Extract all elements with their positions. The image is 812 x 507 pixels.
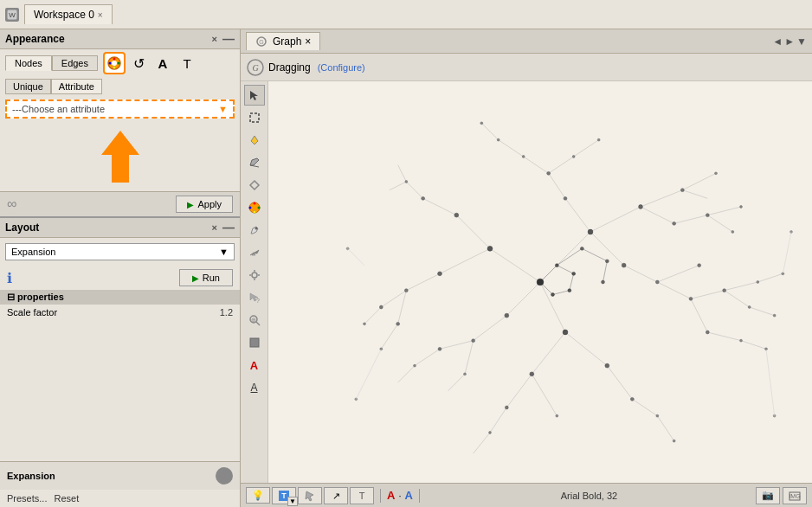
svg-line-41 — [624, 266, 658, 282]
svg-line-32 — [590, 207, 641, 232]
attr-dropdown-label: ---Choose an attribute — [12, 104, 105, 114]
svg-point-111 — [630, 397, 634, 401]
svg-line-86 — [757, 273, 783, 282]
svg-line-51 — [532, 374, 557, 415]
expand-tool-status-btn[interactable]: ↗ — [324, 487, 348, 504]
light-bulb-btn[interactable]: 💡 — [246, 487, 270, 504]
workspace-tab-close[interactable]: × — [98, 10, 103, 20]
edges-tab[interactable]: Edges — [52, 55, 98, 71]
svg-point-146 — [572, 272, 576, 275]
expansion-label: Expansion — [7, 471, 55, 481]
svg-line-91 — [398, 366, 415, 382]
unique-tab[interactable]: Unique — [5, 79, 51, 94]
svg-point-112 — [505, 406, 508, 409]
layout-chevron: ▼ — [219, 247, 229, 257]
graph-tab[interactable]: G Graph × — [246, 32, 320, 50]
status-sep1 — [380, 489, 381, 503]
svg-point-119 — [723, 289, 726, 292]
svg-line-31 — [506, 282, 540, 316]
svg-line-64 — [725, 291, 750, 307]
svg-rect-12 — [250, 113, 259, 122]
svg-point-21 — [255, 228, 257, 230]
dropdown-indicator[interactable]: ▼ — [287, 497, 298, 506]
nodes-tab[interactable]: Nodes — [5, 55, 52, 71]
paintbucket-tool[interactable] — [244, 130, 265, 151]
layout-dropdown[interactable]: Expansion ▼ — [5, 243, 235, 260]
svg-line-156 — [348, 248, 364, 265]
graph-tab-close[interactable]: × — [305, 35, 311, 48]
svg-line-54 — [549, 157, 574, 173]
cursor-question-tool[interactable]: ? — [244, 287, 265, 308]
screenshot-btn[interactable]: 📷 — [756, 487, 780, 504]
nav-next[interactable]: ► — [784, 35, 795, 48]
presets-link[interactable]: Presets... — [7, 493, 47, 504]
svg-line-57 — [707, 207, 741, 215]
workspace-tab[interactable]: Workspace 0 × — [24, 4, 113, 24]
attr-dropdown-chevron: ▼ — [218, 104, 228, 114]
svg-line-73 — [499, 140, 524, 157]
svg-point-102 — [605, 363, 609, 368]
svg-point-96 — [563, 330, 568, 335]
rect-select-tool[interactable] — [244, 107, 265, 128]
svg-point-134 — [414, 364, 416, 367]
text2-tool-status-btn[interactable]: T — [350, 487, 374, 504]
svg-line-29 — [490, 248, 540, 282]
export-btn[interactable]: IMG — [783, 487, 807, 504]
arrow-head — [101, 131, 139, 155]
svg-text:?: ? — [256, 298, 260, 304]
airplane-tool[interactable] — [244, 242, 265, 263]
settings-tool[interactable] — [244, 265, 265, 286]
appearance-minimize[interactable]: — — [222, 33, 235, 45]
svg-point-113 — [379, 305, 383, 309]
svg-line-87 — [750, 307, 775, 316]
info-icon[interactable]: ℹ — [7, 270, 12, 286]
refresh-tool-btn[interactable]: ↺ — [127, 52, 150, 74]
reset-link[interactable]: Reset — [54, 493, 79, 504]
scale-factor-row: Scale factor 1.2 — [0, 305, 240, 320]
left-panel: Appearance × — Nodes Edges — [0, 29, 241, 507]
apply-button[interactable]: ▶ Apply — [176, 196, 233, 213]
appearance-close[interactable]: × — [212, 34, 217, 44]
text-tool-btn[interactable]: A — [151, 52, 174, 74]
attribute-dropdown[interactable]: ---Choose an attribute ▼ — [5, 99, 235, 119]
svg-point-20 — [253, 211, 255, 214]
run-button[interactable]: ▶ Run — [179, 269, 233, 286]
text-label-tool[interactable]: A — [244, 355, 265, 375]
vert-toolbar: ? ⊕ A A — [241, 81, 268, 483]
select-tool[interactable] — [244, 85, 265, 106]
layout-panel: Layout × — Expansion ▼ ℹ ▶ Run — [0, 218, 240, 507]
cursor-tool-status-btn[interactable] — [298, 487, 322, 504]
svg-line-48 — [398, 291, 407, 324]
apply-row: ∞ ▶ Apply — [0, 191, 240, 216]
svg-line-42 — [657, 266, 699, 282]
color-picker-tool[interactable] — [244, 197, 265, 218]
zoom-tool[interactable]: ⊕ — [244, 310, 265, 331]
attribute-tab[interactable]: Attribute — [51, 79, 102, 94]
svg-point-100 — [454, 213, 459, 217]
pencil-tool[interactable] — [244, 152, 265, 173]
presets-row: Presets... Reset — [0, 490, 240, 507]
svg-line-60 — [440, 341, 474, 350]
text-underline-tool[interactable]: A — [244, 377, 265, 398]
svg-point-135 — [464, 373, 467, 375]
configure-link[interactable]: (Configure) — [318, 62, 365, 73]
status-bar: 💡 T ▼ ↗ T A · A — [241, 483, 812, 507]
svg-line-43 — [657, 282, 691, 298]
layout-close[interactable]: × — [212, 222, 217, 233]
pen-tool[interactable] — [244, 220, 265, 241]
text2-tool-btn[interactable]: T — [176, 52, 198, 74]
graph-canvas[interactable] — [268, 81, 812, 483]
layout-minimize[interactable]: — — [222, 221, 235, 234]
nav-menu[interactable]: ▼ — [796, 35, 807, 48]
svg-point-141 — [364, 323, 366, 325]
color-tool-btn[interactable] — [103, 52, 126, 74]
rect-tool[interactable] — [244, 332, 265, 353]
svg-point-120 — [706, 331, 709, 334]
svg-point-121 — [706, 214, 709, 217]
diamond-tool[interactable] — [244, 175, 265, 196]
svg-line-81 — [582, 248, 607, 261]
expansion-toggle[interactable] — [216, 467, 233, 485]
svg-point-128 — [731, 231, 734, 234]
nav-prev[interactable]: ◄ — [772, 35, 783, 48]
svg-line-55 — [524, 157, 549, 173]
